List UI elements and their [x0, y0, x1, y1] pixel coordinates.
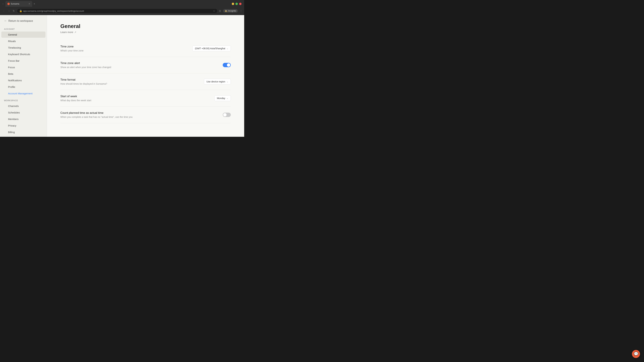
sidebar-item-focus-bar[interactable]: Focus Bar — [1, 58, 46, 64]
timezone-alert-desc: Show an alert when your time zone has ch… — [60, 66, 216, 68]
browser-chrome: ‹ Sunsama ✕ + ← → ↻ 🔒 app.sunsama.com/gr… — [0, 0, 244, 15]
count-planned-time-desc: When you complete a task that has no "ac… — [60, 116, 216, 118]
browser-right: ⊡ 🕵 Incognito ⋮ — [219, 9, 242, 12]
return-arrow-icon: ← — [4, 19, 7, 23]
address-bar[interactable]: 🔒 app.sunsama.com/group/moodjoy_workspac… — [17, 8, 218, 13]
sidebar-item-schedules[interactable]: Schedules — [1, 109, 46, 116]
learn-more-link[interactable]: Learn more ↗ — [60, 31, 231, 33]
return-to-workspace-link[interactable]: ← Return to workspace — [0, 16, 47, 25]
sidebar-item-rituals[interactable]: Rituals — [1, 38, 46, 44]
time-format-value: Use device region — [206, 80, 225, 83]
sidebar-item-profile[interactable]: Profile — [1, 84, 46, 90]
sidebar-item-general[interactable]: General — [1, 31, 46, 38]
sidebar-item-beta[interactable]: Beta — [1, 71, 46, 77]
start-of-week-dropdown[interactable]: Monday ⌄ — [214, 95, 231, 101]
start-of-week-control: Monday ⌄ — [214, 95, 231, 101]
tab-favicon — [8, 3, 10, 5]
time-format-setting: Time format How should times be displaye… — [60, 73, 231, 90]
sidebar-item-channels[interactable]: Channels — [1, 103, 46, 109]
start-of-week-setting: Start of week What day does the week sta… — [60, 90, 231, 107]
incognito-icon: 🕵 — [225, 10, 227, 12]
sidebar-item-timeboxing[interactable]: Timeboxing — [1, 44, 46, 51]
minimize-btn[interactable] — [232, 3, 234, 5]
start-of-week-info: Start of week What day does the week sta… — [60, 95, 208, 102]
start-of-week-desc: What day does the week start — [60, 99, 208, 102]
time-format-info: Time format How should times be displaye… — [60, 78, 197, 85]
timezone-dropdown[interactable]: (GMT +08:00) Asia/Shanghai ⌄ — [192, 45, 231, 51]
timezone-info: Time zone What's your time zone — [60, 45, 186, 52]
count-planned-time-label: Count planned time as actual time — [60, 111, 216, 115]
time-format-dropdown[interactable]: Use device region ⌄ — [204, 79, 231, 84]
sidebar-item-keyboard-shortcuts[interactable]: Keyboard Shortcuts — [1, 51, 46, 57]
count-planned-time-setting: Count planned time as actual time When y… — [60, 107, 231, 123]
tab-nav-btn[interactable]: ‹ — [1, 2, 5, 5]
window-controls — [232, 3, 243, 5]
start-of-week-value: Monday — [217, 97, 225, 99]
timezone-label: Time zone — [60, 45, 186, 48]
time-format-desc: How should times be displayed in Sunsama… — [60, 82, 197, 85]
external-link-icon: ↗ — [74, 31, 76, 33]
tab-close-btn[interactable]: ✕ — [28, 3, 30, 5]
tab-title: Sunsama — [11, 3, 28, 5]
timezone-alert-setting: Time zone alert Show an alert when your … — [60, 57, 231, 73]
reload-btn[interactable]: ↻ — [12, 9, 16, 13]
return-label: Return to workspace — [8, 19, 33, 22]
sidebar-item-account-management[interactable]: Account Management — [1, 90, 46, 96]
close-btn[interactable] — [239, 3, 242, 5]
star-icon[interactable]: ☆ — [213, 9, 215, 12]
sidebar-item-members[interactable]: Members — [1, 116, 46, 122]
incognito-label: Incognito — [228, 10, 236, 12]
timezone-alert-control — [223, 63, 231, 67]
timezone-alert-toggle[interactable] — [223, 63, 231, 67]
sidebar-item-focus[interactable]: Focus — [1, 64, 46, 70]
timezone-chevron-icon: ⌄ — [226, 47, 228, 50]
app-layout: ← Return to workspace Account General Ri… — [0, 15, 244, 137]
sidebar-item-workspace[interactable]: Workspace — [1, 136, 46, 137]
time-format-control: Use device region ⌄ — [204, 79, 231, 84]
address-text: app.sunsama.com/group/moodjoy_workspace/… — [23, 10, 84, 12]
tab-bar: ‹ Sunsama ✕ + — [0, 0, 244, 7]
workspace-section-label: Workspace — [0, 97, 47, 103]
time-format-label: Time format — [60, 78, 197, 81]
timezone-alert-label: Time zone alert — [60, 61, 216, 65]
learn-more-text: Learn more — [60, 31, 73, 33]
timezone-value: (GMT +08:00) Asia/Shanghai — [195, 47, 225, 50]
sidebar-item-billing[interactable]: Billing — [1, 129, 46, 135]
extensions-icon[interactable]: ⊡ — [219, 9, 221, 12]
menu-icon[interactable]: ⋮ — [240, 9, 242, 12]
count-planned-time-toggle[interactable] — [223, 113, 231, 117]
maximize-btn[interactable] — [236, 3, 238, 5]
start-of-week-chevron-icon: ⌄ — [226, 97, 228, 99]
sidebar: ← Return to workspace Account General Ri… — [0, 15, 47, 137]
timezone-setting: Time zone What's your time zone (GMT +08… — [60, 40, 231, 57]
address-bar-right: ☆ — [213, 9, 215, 12]
lock-icon: 🔒 — [19, 9, 22, 12]
time-format-chevron-icon: ⌄ — [226, 80, 228, 83]
address-bar-row: ← → ↻ 🔒 app.sunsama.com/group/moodjoy_wo… — [0, 7, 244, 15]
sidebar-item-notifications[interactable]: Notifications — [1, 77, 46, 83]
timezone-desc: What's your time zone — [60, 49, 186, 52]
account-section-label: Account — [0, 25, 47, 31]
new-tab-btn[interactable]: + — [34, 2, 35, 5]
count-planned-time-control — [223, 113, 231, 117]
count-planned-time-info: Count planned time as actual time When y… — [60, 111, 216, 118]
back-btn[interactable]: ← — [2, 9, 6, 13]
active-tab[interactable]: Sunsama ✕ — [5, 1, 32, 7]
forward-btn[interactable]: → — [7, 9, 11, 13]
start-of-week-label: Start of week — [60, 95, 208, 98]
page-title: General — [60, 23, 231, 29]
timezone-alert-info: Time zone alert Show an alert when your … — [60, 61, 216, 68]
main-content: General Learn more ↗ Time zone What's yo… — [47, 15, 244, 137]
incognito-badge: 🕵 Incognito — [223, 9, 238, 12]
sidebar-item-privacy[interactable]: Privacy — [1, 122, 46, 129]
timezone-control: (GMT +08:00) Asia/Shanghai ⌄ — [192, 45, 231, 51]
